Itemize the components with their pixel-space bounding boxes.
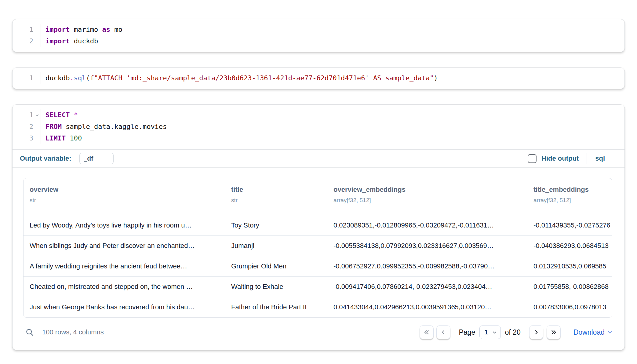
fold-slot xyxy=(33,35,41,47)
line-number: 1 xyxy=(29,111,33,119)
column-dtype: str xyxy=(30,197,225,204)
table-row: Led by Woody, Andy's toys live happily i… xyxy=(24,215,612,235)
line-number-gutter: 1 xyxy=(13,72,41,84)
page-total-label: of 20 xyxy=(505,328,521,337)
code-editor[interactable]: 12 import marimo as moimport duckdb xyxy=(13,19,624,52)
dataframe-table: overviewstrtitlestroverview_embeddingsar… xyxy=(23,178,612,318)
code-content[interactable]: import marimo as moimport duckdb xyxy=(41,24,624,47)
table-cell: -0.006752927,0.099952355,-0.009982588,-0… xyxy=(327,262,527,270)
row-count-summary: 100 rows, 4 columns xyxy=(42,328,104,336)
vertical-divider xyxy=(587,153,587,164)
hide-output-checkbox[interactable] xyxy=(528,154,537,163)
code-cell-imports: 12 import marimo as moimport duckdb xyxy=(12,19,625,52)
output-variable-input[interactable] xyxy=(79,153,114,164)
code-line[interactable]: import marimo as mo xyxy=(46,24,624,35)
gutter-line: 3 xyxy=(13,133,41,144)
table-cell: -0.0055384138,0.07992093,0.023316627,0.0… xyxy=(327,242,527,250)
chevron-left-icon xyxy=(440,329,447,336)
column-name: overview_embeddings xyxy=(333,185,527,194)
line-number: 2 xyxy=(29,38,33,45)
table-cell: 0.023089351,-0.012809965,-0.03209472,-0.… xyxy=(327,221,527,229)
table-cell: 0.007833006,0.0978013 xyxy=(527,303,612,311)
table-cell: Jumanji xyxy=(225,242,327,250)
table-cell: Led by Woody, Andy's toys live happily i… xyxy=(24,221,225,229)
table-cell: -0.040386293,0.0684513 xyxy=(527,242,612,250)
notebook: 12 import marimo as moimport duckdb 1 du… xyxy=(0,0,637,350)
gutter-line: 2 xyxy=(13,35,41,47)
line-number-gutter: 12 xyxy=(13,24,41,47)
table-cell: Grumpier Old Men xyxy=(225,262,327,270)
fold-slot xyxy=(33,24,41,35)
line-number: 3 xyxy=(29,135,33,142)
first-page-button[interactable] xyxy=(420,325,434,339)
table-footer: 100 rows, 4 columns Page xyxy=(23,322,612,342)
download-label: Download xyxy=(573,328,605,337)
column-dtype: str xyxy=(231,197,327,204)
code-line[interactable]: import duckdb xyxy=(46,35,624,47)
table-row: Cheated on, mistreated and stepped on, t… xyxy=(24,276,612,297)
page-select[interactable]: 1 xyxy=(479,326,500,339)
fold-slot xyxy=(33,121,41,133)
chevron-down-icon xyxy=(492,330,497,335)
fold-chevron-icon[interactable] xyxy=(33,109,41,121)
code-editor[interactable]: 1 duckdb.sql(f"ATTACH 'md:_share/sample_… xyxy=(13,68,624,89)
table-cell: Cheated on, mistreated and stepped on, t… xyxy=(24,283,225,291)
table-cell: A family wedding reignites the ancient f… xyxy=(24,262,225,270)
line-number: 1 xyxy=(29,26,33,33)
table-cell: -0.009417406,0.07860214,-0.023279453,0.0… xyxy=(327,283,527,291)
code-content[interactable]: duckdb.sql(f"ATTACH 'md:_share/sample_da… xyxy=(41,72,624,84)
code-line[interactable]: FROM sample_data.kaggle.movies xyxy=(46,121,624,133)
column-dtype: array[f32, 512] xyxy=(333,197,527,204)
previous-page-button[interactable] xyxy=(436,325,450,339)
table-cell: Toy Story xyxy=(225,221,327,229)
column-header-overview[interactable]: overviewstr xyxy=(24,185,225,204)
page-select-value: 1 xyxy=(484,328,488,336)
column-header-title[interactable]: titlestr xyxy=(225,185,327,204)
table-row: When siblings Judy and Peter discover an… xyxy=(24,235,612,256)
chevron-right-icon xyxy=(533,329,540,336)
next-page-button[interactable] xyxy=(529,325,543,339)
code-content[interactable]: SELECT *FROM sample_data.kaggle.moviesLI… xyxy=(41,109,624,144)
column-name: overview xyxy=(30,185,225,194)
line-number: 1 xyxy=(29,75,33,82)
table-cell: When siblings Judy and Peter discover an… xyxy=(24,242,225,250)
code-cell-query: 123 SELECT *FROM sample_data.kaggle.movi… xyxy=(12,104,625,350)
column-header-title_embeddings[interactable]: title_embeddingsarray[f32, 512] xyxy=(527,185,612,204)
table-cell: Just when George Banks has recovered fro… xyxy=(24,303,225,311)
chevrons-right-icon xyxy=(550,329,557,336)
code-editor[interactable]: 123 SELECT *FROM sample_data.kaggle.movi… xyxy=(13,105,624,149)
table-cell: 0.01755858,-0.00862868 xyxy=(527,283,612,291)
line-number-gutter: 123 xyxy=(13,109,41,144)
fold-slot xyxy=(33,72,41,84)
gutter-line: 1 xyxy=(13,109,41,121)
chevrons-left-icon xyxy=(423,329,430,336)
code-line[interactable]: LIMIT 100 xyxy=(46,133,624,144)
download-button[interactable]: Download xyxy=(573,328,612,337)
cell-footer-bar: Output variable: Hide output sql xyxy=(13,149,624,168)
gutter-line: 1 xyxy=(13,24,41,35)
last-page-button[interactable] xyxy=(547,325,561,339)
cell-output: overviewstrtitlestroverview_embeddingsar… xyxy=(13,168,624,350)
line-number: 2 xyxy=(29,123,33,130)
column-header-overview_embeddings[interactable]: overview_embeddingsarray[f32, 512] xyxy=(327,185,527,204)
table-row: A family wedding reignites the ancient f… xyxy=(24,256,612,276)
search-icon[interactable] xyxy=(25,328,34,337)
language-button[interactable]: sql xyxy=(595,155,605,162)
chevron-down-icon xyxy=(607,330,612,335)
table-body: Led by Woody, Andy's toys live happily i… xyxy=(24,215,612,317)
table-cell: Waiting to Exhale xyxy=(225,283,327,291)
table-cell: 0.0132910535,0.069585 xyxy=(527,262,612,270)
column-name: title_embeddings xyxy=(533,185,612,194)
column-dtype: array[f32, 512] xyxy=(533,197,612,204)
output-variable-label: Output variable: xyxy=(20,155,71,162)
gutter-line: 2 xyxy=(13,121,41,133)
table-cell: Father of the Bride Part II xyxy=(225,303,327,311)
code-line[interactable]: duckdb.sql(f"ATTACH 'md:_share/sample_da… xyxy=(46,72,624,84)
page-label: Page xyxy=(459,328,475,337)
table-header-row: overviewstrtitlestroverview_embeddingsar… xyxy=(24,178,612,215)
table-cell: 0.041433044,0.042966213,0.0039591365,0.0… xyxy=(327,303,527,311)
code-cell-attach: 1 duckdb.sql(f"ATTACH 'md:_share/sample_… xyxy=(12,67,625,89)
code-line[interactable]: SELECT * xyxy=(46,109,624,121)
gutter-line: 1 xyxy=(13,72,41,84)
column-name: title xyxy=(231,185,327,194)
